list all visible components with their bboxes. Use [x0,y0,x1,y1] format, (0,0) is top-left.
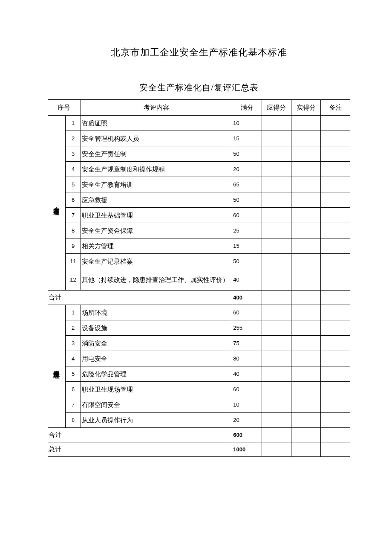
row-note [321,177,350,192]
total-due [262,442,291,457]
row-got [291,192,320,208]
row-due [262,208,291,223]
row-num: 3 [66,146,81,162]
row-got [291,320,320,336]
row-note [321,269,350,291]
row-text: 安全生产责任制 [81,146,232,162]
subtotal-label: 合计 [48,291,232,305]
row-num: 9 [66,238,81,254]
row-got [291,131,320,146]
row-due [262,238,291,254]
row-full: 20 [232,413,262,428]
row-due [262,382,291,397]
row-num: 5 [66,366,81,382]
row-due [262,351,291,366]
row-due [262,254,291,269]
header-due: 应得分 [262,100,291,116]
row-text: 用电安全 [81,351,232,366]
row-num: 8 [66,413,81,428]
row-due [262,366,291,382]
row-full: 25 [232,223,262,238]
row-text: 安全生产资金保障 [81,223,232,238]
row-full: 60 [232,382,262,397]
row-got [291,208,320,223]
eval-summary-table: 序号 考评内容 满分 应得分 实得分 备注 安全生产基础管理 1 资质证照 10… [48,99,350,457]
table-row: 4 用电安全 80 [48,351,350,366]
main-title: 北京市加工企业安全生产标准化基本标准 [48,46,350,59]
row-num: 1 [66,305,81,320]
row-note [321,397,350,413]
row-note [321,116,350,131]
row-got [291,351,320,366]
row-got [291,269,320,291]
row-note [321,305,350,320]
row-got [291,413,320,428]
subtotal-full: 600 [232,428,262,442]
row-note [321,162,350,177]
row-num: 6 [66,192,81,208]
row-full: 10 [232,116,262,131]
row-full: 40 [232,366,262,382]
header-seq: 序号 [48,100,81,116]
row-full: 50 [232,192,262,208]
row-num: 2 [66,131,81,146]
row-got [291,177,320,192]
row-text: 职业卫生基础管理 [81,208,232,223]
row-num: 11 [66,254,81,269]
row-note [321,146,350,162]
row-text: 有限空间安全 [81,397,232,413]
table-row: 3 安全生产责任制 50 [48,146,350,162]
group-label-0: 安全生产基础管理 [48,116,66,291]
row-text: 其他（持续改进，隐患排查治理工作、属实性评价） [81,269,232,291]
row-due [262,116,291,131]
total-note [321,442,350,457]
row-got [291,305,320,320]
row-text: 安全生产规章制度和操作规程 [81,162,232,177]
group-label-1: 安全生产现场管理 [48,305,66,428]
row-num: 7 [66,208,81,223]
row-due [262,223,291,238]
row-full: 80 [232,351,262,366]
subtotal-row-1: 合计 600 [48,428,350,442]
table-header-row: 序号 考评内容 满分 应得分 实得分 备注 [48,100,350,116]
row-due [262,192,291,208]
row-due [262,146,291,162]
header-content: 考评内容 [81,100,232,116]
subtotal-got [291,291,320,305]
row-got [291,116,320,131]
row-num: 6 [66,382,81,397]
row-num: 4 [66,351,81,366]
row-num: 5 [66,177,81,192]
row-text: 职业卫生现场管理 [81,382,232,397]
row-note [321,192,350,208]
table-row: 5 安全生产教育培训 65 [48,177,350,192]
table-row: 3 消防安全 75 [48,336,350,351]
table-row: 安全生产现场管理 1 场所环境 60 [48,305,350,320]
row-got [291,254,320,269]
subtotal-full: 400 [232,291,262,305]
row-note [321,320,350,336]
table-row: 6 应急救援 50 [48,192,350,208]
table-row: 9 相关方管理 15 [48,238,350,254]
row-num: 12 [66,269,81,291]
total-row: 总计 1000 [48,442,350,457]
row-got [291,238,320,254]
subtotal-note [321,291,350,305]
row-full: 50 [232,254,262,269]
header-got: 实得分 [291,100,320,116]
subtotal-note [321,428,350,442]
total-full: 1000 [232,442,262,457]
row-num: 4 [66,162,81,177]
row-full: 50 [232,146,262,162]
table-row: 2 安全管理机构或人员 15 [48,131,350,146]
row-got [291,397,320,413]
row-due [262,162,291,177]
sub-title: 安全生产标准化自/复评汇总表 [48,82,350,93]
subtotal-got [291,428,320,442]
row-got [291,146,320,162]
table-row: 5 危险化学品管理 40 [48,366,350,382]
row-full: 60 [232,208,262,223]
row-due [262,320,291,336]
row-text: 安全生产教育培训 [81,177,232,192]
table-row: 4 安全生产规章制度和操作规程 20 [48,162,350,177]
